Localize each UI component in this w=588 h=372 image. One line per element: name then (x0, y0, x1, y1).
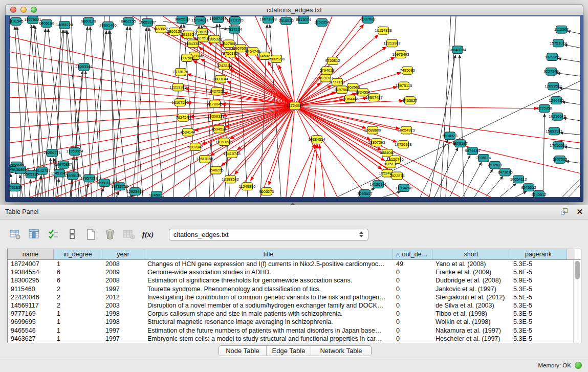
graph-node[interactable]: 7594524 (211, 125, 226, 133)
column-header-name[interactable]: name (8, 249, 54, 259)
table-row[interactable]: 1456911722003Disruption of a novel membe… (8, 301, 581, 310)
graph-node[interactable]: 9245011 (149, 191, 164, 197)
tab-node-table[interactable]: Node Table (219, 346, 267, 356)
show-columns-button[interactable] (27, 228, 41, 241)
graph-node[interactable]: 2718176 (173, 68, 188, 76)
column-header-title[interactable]: title (144, 249, 393, 259)
graph-node[interactable]: 9755812 (325, 57, 340, 65)
column-header-out_de[interactable]: △out_de… (393, 249, 432, 259)
table-select-dropdown[interactable]: citations_edges.txt (169, 229, 368, 240)
table-row[interactable]: 2242004622012Investigating the contribut… (8, 293, 581, 301)
graph-node[interactable]: 9097588 (179, 54, 194, 62)
graph-node[interactable]: 19654923 (398, 126, 415, 134)
graph-node[interactable]: 10807487 (365, 94, 382, 101)
graph-node[interactable]: 12975115 (396, 82, 412, 90)
table-mode-button[interactable] (8, 228, 23, 241)
graph-node[interactable]: 5938923 (442, 132, 457, 140)
function-builder-button[interactable]: f(x) (141, 228, 155, 241)
graph-node[interactable]: 6497568 (334, 86, 349, 94)
graph-node[interactable]: 16648784 (449, 46, 466, 54)
graph-node[interactable]: 10975887 (55, 161, 72, 168)
graph-node[interactable]: 8860128 (167, 28, 182, 35)
graph-node[interactable]: 12213967 (383, 39, 400, 47)
graph-node[interactable]: 26053346 (75, 63, 92, 71)
window-titlebar[interactable]: citations_edges.txt (5, 4, 583, 15)
graph-node[interactable]: 6879197 (452, 140, 467, 147)
graph-node[interactable]: 16597403 (209, 16, 226, 23)
close-panel-icon[interactable]: ✕ (576, 208, 583, 215)
graph-node[interactable]: 9605275 (259, 188, 274, 195)
graph-node[interactable]: 9860128 (81, 17, 96, 25)
table-row[interactable]: 1830029562008Estimation of significance … (8, 276, 581, 285)
graph-node[interactable]: 9777169 (330, 78, 344, 86)
graph-node[interactable]: 7485083 (400, 67, 415, 74)
table-vertical-scrollbar[interactable] (573, 260, 581, 343)
graph-node[interactable]: 9207842 (188, 143, 203, 151)
graph-node[interactable]: 16671388 (259, 16, 276, 23)
graph-node[interactable]: 12923448 (126, 188, 143, 195)
table-row[interactable]: 969969511998Structural magnetic resonanc… (8, 318, 581, 326)
graph-node[interactable]: 10653287 (139, 18, 156, 26)
graph-node[interactable]: 10688609 (364, 126, 381, 134)
graph-node[interactable]: 19384554 (308, 136, 325, 143)
row-height-button[interactable] (65, 228, 79, 241)
graph-node[interactable]: 9245652 (521, 184, 536, 191)
graph-node[interactable]: 8813074 (296, 16, 311, 24)
column-header-in_degree[interactable]: in_degree (54, 249, 102, 259)
minimize-window-button[interactable] (20, 7, 27, 13)
graph-node[interactable]: 11249850 (239, 183, 256, 190)
graph-node[interactable]: 10719155 (226, 16, 243, 24)
graph-node[interactable]: 15724031 (191, 16, 208, 24)
column-header-short[interactable]: short (432, 249, 510, 259)
graph-node[interactable]: 6794028 (319, 67, 334, 74)
graph-node[interactable]: 16782759 (111, 183, 128, 190)
graph-node[interactable]: 16958107 (96, 179, 113, 187)
graph-node[interactable]: 9329966 (545, 53, 559, 61)
graph-node[interactable]: 2051834 (10, 184, 23, 191)
table-row[interactable]: 911546021997Tourette syndrome. Phenomeno… (8, 285, 581, 293)
graph-node[interactable]: 1112503 (554, 26, 569, 33)
graph-node[interactable]: 15885230 (268, 55, 285, 63)
graph-node[interactable]: 8093657 (357, 190, 372, 197)
table-row[interactable]: 977716911998Corpus callosum shape and si… (8, 310, 581, 318)
graph-node[interactable]: 7632621 (487, 161, 502, 169)
graph-node[interactable]: 8427552 (209, 87, 224, 95)
graph-node[interactable]: 16154838 (375, 27, 391, 34)
graph-node[interactable]: 17957253 (80, 174, 97, 182)
graph-node[interactable]: 16410748 (223, 150, 240, 158)
select-columns-button[interactable] (46, 228, 60, 241)
graph-node[interactable]: 8756185 (223, 50, 237, 57)
scrollbar-thumb[interactable] (575, 261, 580, 279)
graph-node[interactable]: 10654112 (510, 176, 527, 183)
graph-node[interactable]: 20891406 (99, 21, 116, 29)
graph-node[interactable]: 2262054 (314, 18, 329, 26)
graph-node[interactable]: 9605529 (175, 16, 189, 23)
graph-node[interactable]: 10391603 (215, 138, 232, 146)
graph-node[interactable]: 14136141 (369, 181, 386, 188)
graph-node[interactable]: 17359924 (66, 148, 83, 156)
graph-node[interactable]: 15692971 (546, 127, 562, 135)
graph-node[interactable]: 10188542 (222, 176, 238, 183)
memory-status-indicator[interactable] (575, 362, 582, 369)
graph-node[interactable]: 1244415 (549, 97, 563, 104)
graph-node[interactable]: 7463822 (153, 25, 168, 33)
delete-table-button[interactable] (122, 228, 136, 241)
graph-node[interactable]: 5505135 (24, 170, 38, 178)
create-column-button[interactable] (84, 228, 98, 241)
close-window-button[interactable] (10, 7, 16, 13)
graph-node[interactable]: 7191545 (10, 17, 24, 25)
graph-node[interactable]: 12213389 (169, 83, 186, 91)
graph-node[interactable]: 9474444 (465, 147, 480, 155)
graph-node[interactable]: 10756928 (395, 141, 411, 148)
graph-node[interactable]: 17334260 (395, 184, 412, 192)
network-view[interactable]: 7463822886012889129542226053818275061165… (10, 16, 580, 197)
float-panel-icon[interactable] (561, 208, 569, 215)
graph-node[interactable]: 4170045 (207, 100, 222, 108)
graph-node[interactable]: 2803144 (213, 75, 228, 83)
delete-column-button[interactable] (103, 228, 117, 241)
graph-node[interactable]: 2087682 (360, 16, 375, 23)
graph-node[interactable]: 1615132 (383, 160, 398, 168)
graph-node[interactable]: 8186328 (207, 35, 222, 43)
graph-node[interactable]: 9546255 (208, 166, 223, 174)
graph-node[interactable]: 9463627 (402, 97, 417, 104)
